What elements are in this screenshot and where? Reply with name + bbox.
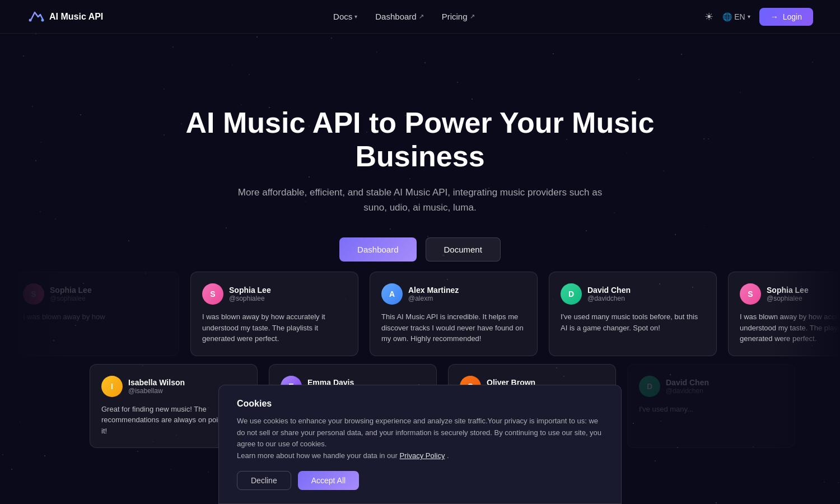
testimonial-text: I was blown away by how accurately it un… xyxy=(740,311,840,344)
hero-buttons: Dashboard Document xyxy=(0,237,840,262)
nav-brand-section: AI Music API xyxy=(27,8,103,26)
avatar: S xyxy=(202,283,223,305)
accept-all-button[interactable]: Accept All xyxy=(298,471,359,490)
dashboard-button[interactable]: Dashboard xyxy=(339,237,416,262)
hero-title: AI Music API to Power Your Music Busines… xyxy=(168,106,672,174)
nav-actions: ☀ 🌐 EN ▾ → Login xyxy=(704,8,813,26)
hero-section: AI Music API to Power Your Music Busines… xyxy=(0,34,840,262)
testimonial-text: I was blown away by how accurately it un… xyxy=(202,311,347,344)
chevron-down-icon: ▾ xyxy=(354,13,357,20)
cookie-banner: Cookies We use cookies to enhance your b… xyxy=(218,385,622,504)
document-button[interactable]: Document xyxy=(426,237,501,262)
testimonials-row-1: SSophia Lee@sophialeeI was blown away by… xyxy=(0,272,840,364)
nav-docs-link[interactable]: Docs ▾ xyxy=(333,12,357,21)
author-name: David Chen xyxy=(587,286,631,295)
author-name: Sophia Lee xyxy=(50,286,92,295)
cookie-actions: Decline Accept All xyxy=(237,471,603,490)
testimonial-card: SSophia Lee@sophialeeI was blown away by… xyxy=(190,272,358,356)
author-name: Alex Martinez xyxy=(408,286,459,295)
nav-pricing-link[interactable]: Pricing ↗ xyxy=(442,12,475,21)
hero-subtitle: More affordable, efficient, and stable A… xyxy=(230,185,610,215)
login-icon: → xyxy=(771,12,778,21)
nav-links: Docs ▾ Dashboard ↗ Pricing ↗ xyxy=(333,12,474,21)
privacy-policy-link[interactable]: Privacy Policy xyxy=(400,451,445,460)
avatar: D xyxy=(561,283,582,305)
external-link-icon: ↗ xyxy=(419,13,424,20)
avatar: S xyxy=(740,283,761,305)
author-name: Sophia Lee xyxy=(229,286,271,295)
testimonial-card: DDavid Chen@davidchenI've used many... xyxy=(627,364,795,449)
sun-icon: ☀ xyxy=(704,11,713,23)
testimonial-card: SSophia Lee@sophialeeI was blown away by… xyxy=(728,272,840,356)
author-handle: @sophialee xyxy=(229,295,271,302)
theme-toggle-button[interactable]: ☀ xyxy=(704,11,713,23)
svg-point-0 xyxy=(29,18,32,21)
login-button[interactable]: → Login xyxy=(759,8,813,26)
logo-icon xyxy=(27,8,45,26)
author-name: Isabella Wilson xyxy=(128,378,185,387)
svg-point-1 xyxy=(41,18,44,21)
testimonial-text: This AI Music API is incredible. It help… xyxy=(381,311,526,344)
navbar: AI Music API Docs ▾ Dashboard ↗ Pricing … xyxy=(0,0,840,34)
testimonial-text: I was blown away by how xyxy=(23,311,167,323)
cookie-title: Cookies xyxy=(237,399,603,409)
testimonial-text: I've used many music tools before, but t… xyxy=(561,311,705,333)
avatar: S xyxy=(23,283,44,305)
author-handle: @alexm xyxy=(408,295,459,302)
author-handle: @davidchen xyxy=(666,387,709,395)
avatar: A xyxy=(381,283,403,305)
nav-dashboard-link[interactable]: Dashboard ↗ xyxy=(375,12,423,21)
author-handle: @isabellaw xyxy=(128,387,185,395)
author-handle: @sophialee xyxy=(767,295,809,302)
author-handle: @davidchen xyxy=(587,295,631,302)
globe-icon: 🌐 xyxy=(722,12,732,21)
external-link-icon-2: ↗ xyxy=(470,13,475,20)
language-selector[interactable]: 🌐 EN ▾ xyxy=(722,12,750,21)
testimonial-text: I've used many... xyxy=(639,404,783,415)
brand-name: AI Music API xyxy=(49,12,103,22)
author-handle: @sophialee xyxy=(50,295,92,302)
lang-chevron-icon: ▾ xyxy=(748,13,750,20)
author-name: Sophia Lee xyxy=(767,286,809,295)
testimonial-card: AAlex Martinez@alexmThis AI Music API is… xyxy=(370,272,538,356)
avatar: D xyxy=(639,376,660,397)
lang-label: EN xyxy=(734,12,745,21)
decline-button[interactable]: Decline xyxy=(237,471,291,490)
author-name: David Chen xyxy=(666,378,709,387)
avatar: I xyxy=(101,376,123,397)
testimonial-card: DDavid Chen@davidchenI've used many musi… xyxy=(549,272,717,356)
cookie-text: We use cookies to enhance your browsing … xyxy=(237,416,603,462)
testimonial-card: SSophia Lee@sophialeeI was blown away by… xyxy=(11,272,179,356)
